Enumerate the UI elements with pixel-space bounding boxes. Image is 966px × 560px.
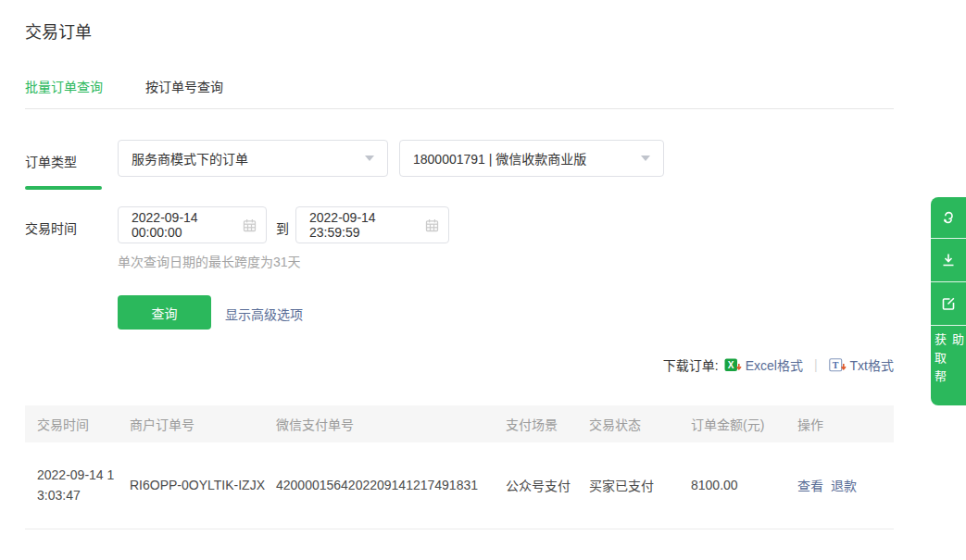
- miniprogram-tool-button[interactable]: [931, 197, 966, 238]
- download-orders-label: 下载订单:: [663, 355, 719, 374]
- header-amount: 订单金额(元): [679, 405, 785, 442]
- download-links-divider: |: [814, 357, 818, 372]
- miniprogram-icon: [939, 208, 958, 227]
- query-button[interactable]: 查询: [118, 295, 211, 330]
- merchant-value: 1800001791 | 微信收款商业版: [413, 149, 586, 168]
- header-trade-time: 交易时间: [25, 405, 118, 442]
- orders-table: 交易时间 商户订单号 微信支付单号 支付场景 交易状态 订单金额(元) 操作 2…: [25, 405, 894, 529]
- calendar-icon[interactable]: [243, 218, 257, 232]
- cell-actions: 查看 退款: [785, 442, 894, 529]
- date-to-value: 2022-09-14 23:59:59: [309, 210, 418, 240]
- order-type-value: 服务商模式下的订单: [132, 149, 248, 168]
- tab-bar: 批量订单查询 按订单号查询: [25, 80, 894, 109]
- table-row: 2022-09-14 13:03:47 RI6OPP-0OYLTIK-IZJX …: [25, 442, 894, 529]
- excel-file-icon: X: [724, 357, 742, 373]
- table-header-row: 交易时间 商户订单号 微信支付单号 支付场景 交易状态 订单金额(元) 操作: [25, 405, 894, 442]
- merchant-select[interactable]: 1800001791 | 微信收款商业版: [399, 140, 664, 177]
- svg-text:X: X: [728, 360, 734, 370]
- order-type-select[interactable]: 服务商模式下的订单: [118, 140, 388, 177]
- active-tab-underline: [25, 186, 102, 190]
- tab-query-by-order-no[interactable]: 按订单号查询: [145, 80, 223, 108]
- download-excel-link[interactable]: X Excel格式: [724, 355, 803, 374]
- side-toolbar: 获取帮助: [931, 197, 966, 405]
- trade-time-label: 交易时间: [25, 218, 77, 237]
- txt-format-label: Txt格式: [850, 355, 894, 374]
- header-merchant-order-no: 商户订单号: [118, 405, 264, 442]
- date-from-input[interactable]: 2022-09-14 00:00:00: [118, 206, 267, 243]
- feedback-tool-button[interactable]: [931, 281, 966, 325]
- txt-file-icon: T: [829, 357, 847, 373]
- header-wechat-pay-no: 微信支付单号: [264, 405, 494, 442]
- cell-trade-status: 买家已支付: [577, 442, 679, 529]
- header-actions: 操作: [785, 405, 894, 442]
- transaction-order-page: 交易订单 批量订单查询 按订单号查询 订单类型 服务商模式下的订单 180000…: [0, 0, 966, 560]
- get-help-button[interactable]: 获取帮助: [931, 325, 966, 405]
- tab-batch-order-query[interactable]: 批量订单查询: [25, 80, 103, 108]
- date-to-input[interactable]: 2022-09-14 23:59:59: [295, 206, 449, 243]
- to-word: 到: [276, 218, 289, 237]
- header-trade-status: 交易状态: [577, 405, 679, 442]
- excel-format-label: Excel格式: [746, 355, 803, 374]
- chevron-down-icon: [641, 156, 650, 161]
- feedback-icon: [939, 294, 958, 313]
- calendar-icon[interactable]: [425, 218, 439, 232]
- download-tool-button[interactable]: [931, 238, 966, 281]
- header-pay-scene: 支付场景: [494, 405, 577, 442]
- view-order-link[interactable]: 查看: [797, 479, 823, 493]
- refund-order-link[interactable]: 退款: [831, 479, 857, 493]
- download-icon: [939, 251, 958, 269]
- cell-amount: 8100.00: [679, 442, 785, 529]
- cell-merchant-order-no: RI6OPP-0OYLTIK-IZJX: [118, 442, 264, 529]
- download-bar: 下载订单: X Excel格式 | T Txt格式: [25, 355, 894, 374]
- cell-trade-time: 2022-09-14 13:03:47: [25, 442, 118, 529]
- date-span-hint: 单次查询日期的最长跨度为31天: [118, 252, 301, 270]
- download-txt-link[interactable]: T Txt格式: [829, 355, 894, 374]
- show-advanced-options-link[interactable]: 显示高级选项: [225, 305, 303, 323]
- page-title: 交易订单: [25, 19, 92, 43]
- chevron-down-icon: [365, 156, 374, 161]
- svg-text:T: T: [832, 360, 838, 370]
- date-from-value: 2022-09-14 00:00:00: [132, 210, 235, 240]
- cell-wechat-pay-no: 4200001564202209141217491831: [264, 442, 494, 529]
- order-type-label: 订单类型: [25, 152, 77, 170]
- cell-pay-scene: 公众号支付: [494, 442, 577, 529]
